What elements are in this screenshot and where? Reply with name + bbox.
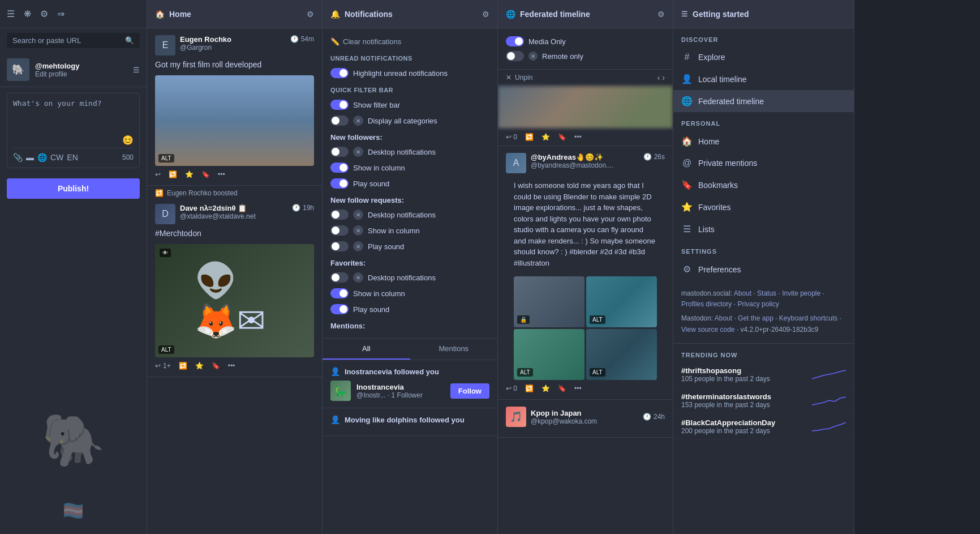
display-all-toggle[interactable] [330, 116, 349, 126]
gs-item-lists[interactable]: ☰ Lists [673, 218, 854, 240]
settings-icon[interactable]: ⚙ [40, 8, 48, 19]
fav-action[interactable]: ⭐ [541, 133, 550, 141]
bookmark-action[interactable]: 🔖 [558, 133, 566, 141]
gs-item-federated[interactable]: 🌐 Federated timeline [673, 90, 854, 112]
trend-item[interactable]: #thriftshopasong 105 people in the past … [673, 362, 854, 388]
trend-item[interactable]: #theterminatorslastwords 153 people in t… [673, 388, 854, 414]
alt-badge[interactable]: ALT [158, 154, 174, 163]
show-filter-label: Show filter bar [353, 101, 400, 109]
source-code-link[interactable]: View source code [681, 326, 735, 334]
fav-column-toggle[interactable] [330, 288, 349, 298]
boost-action[interactable]: 🔁 [179, 362, 187, 370]
cw-label[interactable]: CW [50, 153, 63, 162]
nfr-column-x[interactable]: ✕ [353, 225, 363, 236]
clear-notifications-btn[interactable]: ✏️ Clear notifications [330, 34, 489, 49]
keyboard-shortcuts-link[interactable]: Keyboard shortcuts [779, 314, 837, 322]
status-link[interactable]: Status [757, 289, 776, 297]
highlight-toggle[interactable] [330, 68, 349, 78]
display-all-x[interactable]: ✕ [353, 116, 363, 126]
bookmark-action[interactable]: 🔖 [212, 362, 220, 370]
poll-icon[interactable]: ▬ [26, 153, 34, 162]
get-app-link[interactable]: Get the app [738, 314, 773, 322]
boost-action[interactable]: 🔁 [169, 170, 177, 178]
invite-link[interactable]: Invite people [782, 289, 820, 297]
mastodon-about-link[interactable]: About [715, 314, 732, 322]
fav-action[interactable]: ⭐ [195, 362, 204, 370]
nfr-desktop-x[interactable]: ✕ [353, 210, 363, 220]
menu-icon[interactable]: ☰ [7, 8, 15, 19]
next-arrow[interactable]: › [662, 73, 665, 82]
version-label: v4.2.0+pr-26409-182b3c9 [741, 326, 819, 334]
fav-sound-toggle[interactable] [330, 304, 349, 314]
fav-action[interactable]: ⭐ [185, 170, 194, 178]
lang-label[interactable]: EN [67, 153, 78, 162]
more-action[interactable]: ••• [228, 362, 235, 370]
search-input[interactable] [12, 36, 121, 45]
reply-action[interactable]: ↩ 0 [506, 133, 517, 141]
remote-only-toggle[interactable] [506, 51, 524, 61]
prev-arrow[interactable]: ‹ [657, 73, 660, 82]
gs-item-home[interactable]: 🏠 Home [673, 130, 854, 152]
nf-sound-toggle[interactable] [330, 178, 349, 189]
compose-textarea[interactable] [13, 99, 134, 133]
fav-action[interactable]: ⭐ [541, 385, 550, 392]
nfr-desktop-toggle[interactable] [330, 210, 349, 220]
bookmark-action[interactable]: 🔖 [558, 385, 566, 392]
gs-item-favorites[interactable]: ⭐ Favorites [673, 196, 854, 218]
post-image: 👁 👽🦊✉ ALT [155, 244, 314, 357]
alt-badge[interactable]: ALT [158, 345, 174, 354]
emoji-button[interactable]: 😊 [13, 135, 134, 146]
fav-desktop-toggle[interactable] [330, 272, 349, 283]
tab-all[interactable]: All [323, 339, 410, 360]
home-settings-icon[interactable]: ⚙ [307, 10, 314, 19]
nfr-sound-toggle[interactable] [330, 241, 349, 251]
show-filter-toggle[interactable] [330, 100, 349, 110]
profile-menu-icon[interactable]: ☰ [133, 66, 140, 74]
more-action[interactable]: ••• [218, 170, 225, 178]
alt-badge[interactable]: ALT [517, 368, 533, 377]
alt-badge[interactable]: 🔒 [517, 315, 530, 324]
hidden-media-icon[interactable]: 👁 [160, 249, 171, 257]
profiles-dir-link[interactable]: Profiles directory [681, 300, 732, 308]
gs-item-private-mentions[interactable]: @ Private mentions [673, 152, 854, 174]
reply-action[interactable]: ↩ 0 [506, 385, 517, 392]
nf-desktop-toggle[interactable] [330, 147, 349, 157]
gs-item-local[interactable]: 👤 Local timeline [673, 68, 854, 90]
alt-badge[interactable]: ALT [590, 368, 605, 377]
alt-badge[interactable]: ALT [590, 315, 605, 324]
gs-item-bookmarks[interactable]: 🔖 Bookmarks [673, 174, 854, 196]
nfr-sound-x[interactable]: ✕ [353, 241, 363, 251]
privacy-link[interactable]: Privacy policy [737, 300, 779, 308]
gs-item-explore[interactable]: # Explore [673, 46, 854, 68]
trend-item[interactable]: #BlackCatAppreciationDay 200 people in t… [673, 414, 854, 440]
more-action[interactable]: ••• [574, 133, 582, 141]
edit-profile-label[interactable]: Edit profile [35, 70, 127, 78]
trend-tag: #theterminatorslastwords [681, 392, 771, 401]
logout-icon[interactable]: ⇒ [57, 8, 65, 19]
follow-button[interactable]: Follow [450, 383, 489, 399]
nfr-desktop-row: ✕ Desktop notifications [330, 207, 489, 223]
attach-icon[interactable]: 📎 [13, 153, 23, 162]
unpin-row[interactable]: ✕ Unpin ‹ › [498, 70, 673, 86]
notif-settings-icon[interactable]: ⚙ [482, 10, 489, 19]
publish-button[interactable]: Publish! [7, 178, 140, 199]
search-bar[interactable]: 🔍 [7, 33, 140, 48]
bookmark-action[interactable]: 🔖 [201, 170, 210, 178]
nfr-column-toggle[interactable] [330, 225, 349, 236]
reply-action[interactable]: ↩ 1+ [155, 362, 171, 370]
tab-mentions[interactable]: Mentions [410, 339, 498, 360]
apps-icon[interactable]: ❋ [24, 8, 31, 19]
gs-item-preferences[interactable]: ⚙ Preferences [673, 258, 854, 280]
remote-only-x[interactable]: ✕ [528, 52, 538, 61]
globe-icon[interactable]: 🌐 [37, 153, 47, 162]
media-only-toggle[interactable] [506, 36, 524, 46]
fav-desktop-x[interactable]: ✕ [353, 272, 363, 283]
about-link[interactable]: About [734, 289, 751, 297]
boost-action[interactable]: 🔁 [525, 133, 534, 141]
reply-action[interactable]: ↩ [155, 170, 161, 178]
more-action[interactable]: ••• [574, 385, 582, 392]
nf-column-toggle[interactable] [330, 163, 349, 173]
nf-desktop-x[interactable]: ✕ [353, 147, 363, 157]
boost-action[interactable]: 🔁 [525, 385, 534, 392]
fed-settings-icon[interactable]: ⚙ [657, 10, 665, 19]
